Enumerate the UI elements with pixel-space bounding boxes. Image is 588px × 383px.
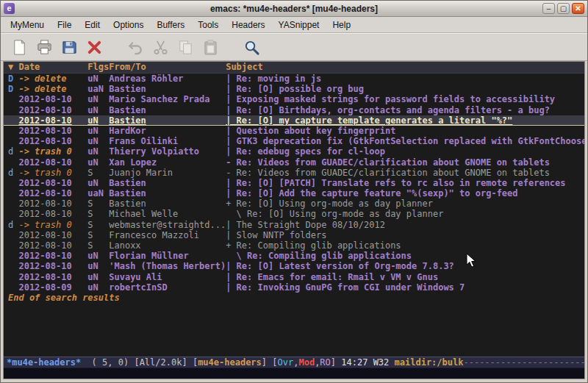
row-mark-prefix: D [8, 84, 18, 94]
row-mark-prefix: d [8, 220, 18, 230]
window-controls: – ▢ ✕ [542, 3, 584, 14]
row-mark-prefix [8, 240, 18, 251]
row-from: Thierry Volpiatto [109, 146, 226, 157]
header-row[interactable]: 2012-08-10SMichael Welle \ Re: [O] Using… [4, 209, 584, 219]
header-row[interactable]: d-> trash 0SJuanjo Marin- Re: Videos fro… [4, 168, 584, 178]
header-row[interactable]: 2012-08-10uNXan Lopez- Re: Videos from G… [4, 157, 584, 168]
menu-options[interactable]: Options [107, 18, 150, 32]
header-row[interactable]: 2012-08-10SBastien+ Re: [O] Using org-mo… [4, 198, 584, 209]
row-mark-prefix [8, 198, 18, 209]
header-row[interactable]: 2012-08-10uNSuvayu Ali| Re: Emacs for em… [4, 272, 584, 282]
row-mark-prefix: d [8, 146, 18, 157]
row-subject: | Re: Emacs for email: Rmail v VM v Gnus [226, 272, 584, 282]
row-from: Bastien [109, 188, 226, 198]
menu-buffers[interactable]: Buffers [150, 18, 191, 32]
row-mark-prefix [8, 272, 18, 282]
row-date: 2012-08-10 [18, 230, 87, 240]
header-row[interactable]: d-> trash 0Swebmaster@straightd...| The … [4, 220, 584, 230]
close-button[interactable]: ✕ [572, 3, 584, 14]
header-row[interactable]: 2012-08-10uNBastien| Re: [O] my capture … [4, 115, 584, 126]
row-subject: | The Straight Dope 08/10/2012 [226, 220, 584, 230]
window-title: emacs: *mu4e-headers* [mu4e-headers] [1, 4, 587, 14]
row-mark-prefix [8, 178, 18, 188]
header-row[interactable]: 2012-08-10uNBastien| Re: [O] [PATCH] Tra… [4, 178, 584, 188]
search-icon[interactable] [239, 36, 264, 58]
row-date: 2012-08-10 [18, 157, 87, 168]
header-row[interactable]: 2012-08-09uNrobertcInSD| Re: Invoking Gn… [4, 282, 584, 293]
row-from: Bastien [109, 198, 226, 209]
save-icon[interactable] [57, 36, 82, 58]
menu-tools[interactable]: Tools [191, 18, 225, 32]
row-date: 2012-08-09 [18, 282, 87, 293]
row-mark-prefix [8, 115, 18, 125]
empty-buffer-space [4, 303, 584, 357]
header-row[interactable]: 2012-08-10uNFlorian Müllner \ Re: Compil… [4, 251, 584, 261]
row-flags: uN [87, 115, 109, 125]
row-flags: uN [87, 282, 109, 293]
header-row[interactable]: 2012-08-10SFrancesco Mazzoli| Slow NNTP … [4, 230, 584, 240]
row-subject: | Re: [O] [PATCH] Translate refs to rc a… [226, 178, 584, 188]
modeline-maildir: maildir:/bulk [395, 357, 464, 368]
header-row[interactable]: D-> deleteuNAndreas Röhler| Re: moving i… [4, 74, 584, 84]
echo-area[interactable] [4, 368, 584, 379]
column-header-subject[interactable]: Subject [226, 62, 584, 72]
header-row[interactable]: 2012-08-10SLanoxx+ Re: Compiling glib ap… [4, 240, 584, 251]
menu-headers[interactable]: Headers [225, 18, 271, 32]
row-flags: S [87, 220, 109, 230]
row-date: 2012-08-10 [18, 188, 87, 198]
column-header-date[interactable]: Date [18, 62, 87, 72]
row-subject: | Re: [O] Latest version of Org-mode 7.8… [226, 261, 584, 271]
undo-icon[interactable] [123, 36, 148, 58]
mouse-cursor [466, 253, 476, 268]
header-row[interactable]: 2012-08-10uNMario Sanchez Prada| Exposin… [4, 94, 584, 104]
column-header-flags[interactable]: Flgs [87, 62, 109, 72]
row-from: Bastien [109, 105, 226, 115]
print-icon[interactable] [32, 36, 57, 58]
header-row[interactable]: 2012-08-10uaNBastien| Re: [O] Add the ca… [4, 188, 584, 198]
new-file-icon[interactable] [7, 36, 32, 58]
row-mark-prefix [8, 136, 18, 146]
row-mark-prefix: d [8, 168, 18, 178]
menu-edit[interactable]: Edit [78, 18, 107, 32]
minimize-button[interactable]: – [542, 3, 555, 14]
row-subject: | Re: Invoking GnuPG from CGI under Wind… [226, 282, 584, 293]
row-flags: uN [87, 272, 109, 282]
column-header-from[interactable]: From/To [109, 62, 226, 72]
modeline-fill: ----------------------------------------… [463, 357, 584, 368]
row-from: Bastien [109, 115, 226, 125]
row-from: Mario Sanchez Prada [109, 94, 226, 104]
headers-column-header: ▼ DateFlgsFrom/ToSubject [4, 62, 584, 74]
header-row[interactable]: D-> deleteuaNBastien| Re: [O] possible o… [4, 84, 584, 94]
mode-line: *mu4e-headers* ( 5, 0) [All/2.0k] [mu4e-… [4, 357, 584, 368]
row-mark-prefix: D [8, 74, 18, 84]
row-mark-prefix [8, 94, 18, 104]
row-date: -> trash 0 [18, 168, 87, 178]
mu4e-headers-buffer: ▼ DateFlgsFrom/ToSubject D-> deleteuNAnd… [3, 61, 585, 379]
message-list: D-> deleteuNAndreas Röhler| Re: moving i… [4, 74, 584, 293]
row-subject: | Re: [O] Birthdays, org-contacts and ag… [226, 105, 584, 115]
menu-mymenu[interactable]: MyMenu [4, 18, 51, 32]
close-icon[interactable] [82, 36, 107, 58]
header-row[interactable]: 2012-08-10uNBastien| Re: [O] Birthdays, … [4, 105, 584, 115]
header-row[interactable]: 2012-08-10uNHardKor| Question about key … [4, 126, 584, 136]
row-from: webmaster@straightd... [109, 220, 226, 230]
row-from: Florian Müllner [109, 251, 226, 261]
cut-icon[interactable] [148, 36, 173, 58]
row-subject: | Re: edebug specs for cl-loop [226, 146, 584, 157]
menu-help[interactable]: Help [326, 18, 357, 32]
end-of-search-results: End of search results [4, 293, 584, 303]
paste-icon[interactable] [198, 36, 223, 58]
menu-file[interactable]: File [51, 18, 78, 32]
maximize-button[interactable]: ▢ [557, 3, 570, 14]
copy-icon[interactable] [173, 36, 198, 58]
modeline-buffer-name: *mu4e-headers* [7, 357, 86, 368]
header-row[interactable]: 2012-08-10uNFrans Oilinki| GTK3 deprecat… [4, 136, 584, 146]
header-row[interactable]: d-> trash 0uNThierry Volpiatto| Re: edeb… [4, 146, 584, 157]
row-mark-prefix [8, 126, 18, 136]
row-from: Lanoxx [109, 240, 226, 251]
row-from: Bastien [109, 178, 226, 188]
modeline-mode-close: ] [262, 357, 272, 368]
header-row[interactable]: 2012-08-10uN'Mash (Thomas Herbert)| Re: … [4, 261, 584, 271]
row-subject: | GTK3 deprecation fix (GtkFontSelection… [226, 136, 584, 146]
menu-yasnippet[interactable]: YASnippet [272, 18, 326, 32]
